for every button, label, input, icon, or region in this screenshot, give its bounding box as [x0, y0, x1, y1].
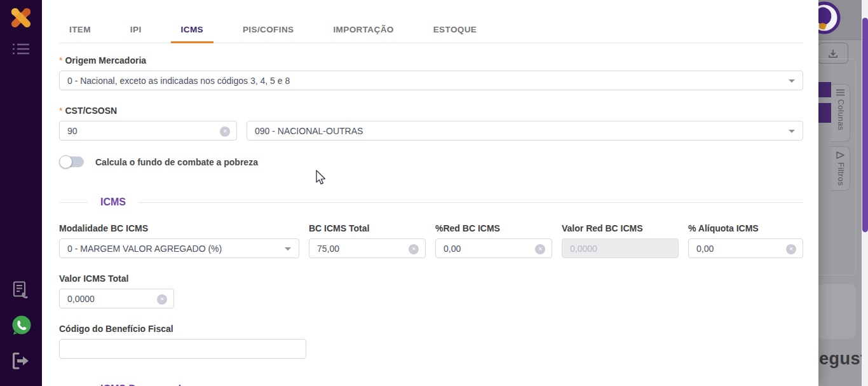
tab-item[interactable]: ITEM — [59, 16, 101, 43]
filter-icon — [836, 151, 844, 159]
toggle-knob — [59, 155, 72, 169]
download-button[interactable] — [818, 43, 848, 64]
tab-ipi[interactable]: IPI — [120, 16, 152, 43]
valor-icms-total-input[interactable]: 0,0000 ✕ — [59, 289, 174, 308]
cst-csosn-label: * CST/CSOSN — [59, 106, 803, 116]
fcp-toggle-label: Calcula o fundo de combate a pobreza — [95, 157, 258, 167]
valor-red-bc-icms-field: Valor Red BC ICMS 0,0000 — [562, 223, 679, 258]
origem-mercadoria-label: * Origem Mercadoria — [59, 55, 803, 65]
cst-code-input[interactable]: 90 ✕ — [59, 121, 237, 141]
cst-description-select[interactable]: 090 - NACIONAL-OUTRAS — [247, 121, 803, 141]
tab-icms[interactable]: ICMS — [171, 16, 214, 43]
clear-icon[interactable]: ✕ — [786, 244, 796, 254]
valor-red-bc-icms-label: Valor Red BC ICMS — [562, 223, 679, 233]
item-edit-modal: ITEM IPI ICMS PIS/COFINS IMPORTAÇÃO ESTO… — [42, 0, 818, 386]
colunas-side-tab[interactable]: Colunas — [831, 84, 850, 142]
chevron-down-icon — [285, 247, 291, 251]
colunas-tab-label: Colunas — [836, 99, 845, 130]
page-scrollbar[interactable] — [862, 0, 868, 386]
divider — [139, 202, 803, 203]
clear-icon[interactable]: ✕ — [157, 294, 167, 305]
filtros-tab-label: Filtros — [836, 162, 845, 186]
tab-pis-cofins[interactable]: PIS/COFINS — [233, 16, 304, 43]
tab-estoque[interactable]: ESTOQUE — [423, 16, 487, 43]
chevron-down-icon — [789, 79, 795, 83]
divider — [59, 202, 88, 203]
red-bc-icms-label: %Red BC ICMS — [435, 223, 552, 233]
required-asterisk: * — [59, 55, 62, 65]
support-contact-icon[interactable] — [13, 281, 30, 301]
icms-desonerado-section-title: ICMS Desonerado — [100, 383, 187, 386]
aliquota-icms-input[interactable]: 0,00 ✕ — [688, 238, 803, 258]
aliquota-icms-label: % Alíquota ICMS — [688, 223, 803, 233]
clear-icon[interactable]: ✕ — [409, 244, 419, 254]
logout-icon[interactable] — [11, 352, 31, 373]
tab-bar: ITEM IPI ICMS PIS/COFINS IMPORTAÇÃO ESTO… — [59, 16, 803, 43]
red-bc-icms-input[interactable]: 0,00 ✕ — [435, 238, 552, 258]
clear-icon[interactable]: ✕ — [220, 127, 230, 137]
chevron-down-icon — [789, 130, 795, 133]
menu-list-icon[interactable] — [13, 43, 29, 58]
modalidade-bc-icms-field: Modalidade BC ICMS 0 - MARGEM VALOR AGRE… — [59, 223, 299, 258]
required-asterisk: * — [59, 106, 62, 116]
bc-icms-total-label: BC ICMS Total — [309, 223, 426, 233]
scrollbar-thumb[interactable] — [862, 18, 868, 232]
whatsapp-icon[interactable] — [11, 315, 32, 338]
icms-desonerado-section-header: ICMS Desonerado — [59, 383, 803, 386]
tab-importacao[interactable]: IMPORTAÇÃO — [323, 16, 403, 43]
icms-section-title: ICMS — [100, 196, 126, 208]
filtros-side-tab[interactable]: Filtros — [831, 146, 850, 191]
columns-icon — [836, 89, 844, 96]
fcp-toggle[interactable] — [59, 155, 85, 169]
aliquota-icms-field: % Alíquota ICMS 0,00 ✕ — [688, 223, 803, 258]
app-logo-icon[interactable] — [8, 4, 34, 34]
brand-text: egust — [819, 349, 867, 369]
active-tab-indicator — [171, 41, 214, 43]
bc-icms-total-input[interactable]: 75,00 ✕ — [309, 238, 426, 258]
valor-icms-total-label: Valor ICMS Total — [59, 273, 803, 284]
background-card — [817, 284, 856, 339]
modalidade-bc-icms-select[interactable]: 0 - MARGEM VALOR AGREGADO (%) — [59, 238, 299, 258]
valor-red-bc-icms-input: 0,0000 — [562, 238, 679, 258]
codigo-beneficio-fiscal-input[interactable] — [59, 339, 306, 359]
bc-icms-total-field: BC ICMS Total 75,00 ✕ — [309, 223, 426, 258]
download-icon — [827, 48, 839, 59]
origem-mercadoria-select[interactable]: 0 - Nacional, exceto as indicadas nos có… — [59, 71, 803, 90]
red-bc-icms-field: %Red BC ICMS 0,00 ✕ — [435, 223, 552, 258]
clear-icon[interactable]: ✕ — [535, 244, 545, 254]
app-sidebar — [0, 0, 42, 386]
modalidade-bc-icms-label: Modalidade BC ICMS — [59, 223, 299, 233]
codigo-beneficio-fiscal-label: Código do Benefício Fiscal — [59, 324, 803, 334]
icms-section-header: ICMS — [59, 196, 803, 208]
